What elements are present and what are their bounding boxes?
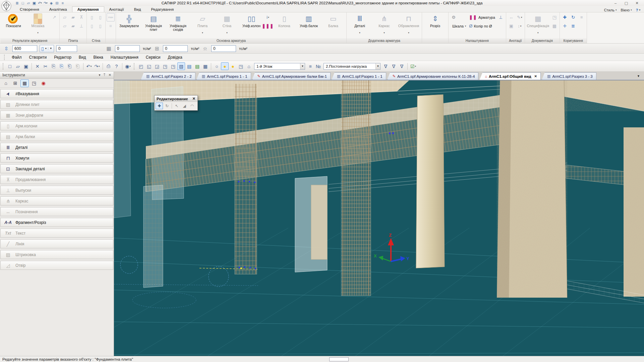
storey-combo[interactable]: 1-й Этаж▼ (254, 63, 305, 70)
column-info-icon[interactable]: i▾ (264, 13, 272, 21)
menu-item-2[interactable]: Редактор (50, 54, 75, 61)
document-tab-3[interactable]: ▥ArmC1.spf:Разрез 1 - 1 (332, 72, 386, 80)
open-icon[interactable]: ▱ (26, 1, 31, 6)
rebar-colors-button[interactable]: ❚❚Арматура (468, 13, 496, 21)
save-icon[interactable]: ▣ (22, 62, 30, 70)
section-cut-button[interactable]: ⇕Розріз (423, 13, 447, 32)
edit-panel-titlebar[interactable]: Редактирование ✕ (155, 96, 197, 102)
print-icon[interactable]: ⎙ (105, 62, 112, 70)
menu-item-1[interactable]: Створити (25, 54, 51, 61)
menu-item-5[interactable]: Налаштування (107, 54, 142, 61)
ribbon-menu-2[interactable]: ?▾ (634, 8, 642, 12)
unify-slabs-button[interactable]: ▤Уніфікація плит (141, 13, 166, 32)
slope-tool-icon[interactable]: ◢ (181, 103, 188, 109)
ribbon-menu-0[interactable]: Стиль▾ (602, 8, 619, 12)
move-tool-icon[interactable]: ✚ (156, 103, 163, 109)
scale-button[interactable]: Шкала▾ (450, 22, 467, 30)
scale-settings-icon[interactable]: ⚙ (450, 13, 458, 21)
redo-icon[interactable]: ↷▾ (93, 62, 101, 70)
copy-properties-icon[interactable]: ⎘ (58, 62, 65, 70)
apply-check-icon[interactable]: ☑▾ (409, 62, 417, 70)
document-tab-0[interactable]: ▥ArmC1.spf:Разрез 2 - 2 (141, 72, 195, 80)
navigate-icon[interactable]: ◈ (49, 1, 54, 6)
lamp-selected-icon[interactable]: ● (221, 62, 229, 70)
undo-icon[interactable]: ↶▾ (85, 62, 93, 70)
sheet-visibility-icon[interactable]: ◳ (237, 62, 245, 70)
view-new-window-icon[interactable]: ◱ (145, 62, 153, 70)
paste-special-icon[interactable]: ⎗ (74, 62, 81, 70)
load-field-1[interactable] (163, 45, 188, 52)
mesh-icon[interactable]: ▦ (201, 62, 209, 70)
storey-visibility-icon[interactable]: ⌂ (245, 62, 253, 70)
book-standards-icon[interactable]: ▤ (185, 62, 193, 70)
frame-category-icon[interactable]: ⊞ (11, 79, 19, 87)
paste-icon[interactable]: ⎗ (66, 62, 73, 70)
window-menu-icon[interactable]: ≣ (15, 1, 19, 6)
open-icon[interactable]: ▱ (14, 62, 22, 70)
embedded-parts-tool-item[interactable]: ⊡Закладні деталі (0, 164, 113, 173)
filter-cursor-icon[interactable]: ∇ (390, 62, 398, 70)
fragment-section-tool-item[interactable]: A-AФрагмент/Розріз (0, 218, 113, 227)
filter-funnel-icon[interactable]: ∇ (382, 62, 390, 70)
menu-item-7[interactable]: Довідка (164, 54, 186, 61)
document-tab-4[interactable]: ✎ArmC1.spf:Армирование колонны К-11-28-4 (387, 72, 479, 80)
document-tab-1[interactable]: ▥ArmC1.spf:Разрез 1 - 1 (196, 72, 251, 80)
panel-menu-icon[interactable]: ▾ (99, 73, 101, 77)
move-icon[interactable]: ✚ (561, 13, 569, 21)
angle-field[interactable] (56, 45, 77, 52)
arc-tool-icon[interactable]: ◠ (188, 103, 196, 109)
menu-item-0[interactable]: Файл (8, 54, 25, 61)
new-document-icon[interactable]: □ (6, 62, 14, 70)
load-case-combo[interactable]: 2.Постоянная нагрузка▼ (324, 63, 380, 70)
more-commands-icon[interactable]: ≡ (60, 1, 65, 6)
unify-columns-button[interactable]: ▯▯Уніф.колон (239, 13, 264, 32)
sheet-category-icon[interactable]: ◳ (30, 79, 38, 87)
viewport-3d[interactable]: Z X Y Редактирование ✕ ✚↻↖◢◠ (114, 80, 644, 356)
ribbon-tab-0[interactable]: Створення (15, 7, 44, 12)
menu-item-4[interactable]: Вікна (90, 54, 107, 61)
assign-list-icon[interactable]: ≣ (569, 22, 577, 30)
number-filter-icon[interactable]: № (314, 62, 322, 70)
ribbon-tab-2[interactable]: Армування (72, 6, 104, 12)
lamp-window-icon[interactable]: ● (229, 62, 237, 70)
coordinate-field[interactable] (329, 357, 349, 361)
menu-item-6[interactable]: Сервіси (142, 54, 164, 61)
slab-category-icon[interactable]: ▦ (20, 79, 29, 87)
layers-icon[interactable]: ≡ (306, 62, 314, 70)
section-type-combo[interactable]: ▯ ▾ ▼ (40, 45, 54, 52)
maximize-button[interactable]: ▢ (623, 1, 629, 5)
view-settings-icon[interactable]: ◳ (169, 62, 177, 70)
move-point-icon[interactable]: ✛ (561, 22, 569, 30)
delete-icon[interactable]: ✕ (34, 62, 41, 70)
document-tab-6[interactable]: ▥ArmC1.spf:Разрез 3 - 3 (542, 72, 596, 80)
section-ruler-icon[interactable]: ⊟ (55, 1, 59, 6)
close-panel-icon[interactable]: ✕ (109, 73, 111, 77)
home-category-icon[interactable]: ⌂ (2, 79, 10, 87)
minimize-button[interactable]: – (612, 1, 619, 5)
pointer-tool-item[interactable]: ➤#Вказування (0, 89, 113, 98)
undo-icon[interactable]: ↶▾ (38, 1, 42, 6)
document-tab-2[interactable]: ✎ArmC1.spf:Армирование балки Бм-1 (252, 72, 331, 80)
ribbon-tab-1[interactable]: Аналітика (44, 7, 72, 12)
ribbon-menu-1[interactable]: Вікно▾ (619, 8, 633, 12)
tab-list-dropdown-icon[interactable]: ▼ (635, 74, 642, 78)
pin-icon[interactable]: ⍑ (104, 73, 106, 77)
lamp-all-icon[interactable]: ○ (213, 62, 221, 70)
reinforce-button[interactable]: ╬Заармувати (117, 13, 141, 32)
new-document-icon[interactable]: □ (20, 1, 25, 6)
unify-stairs-button[interactable]: ≣Уніфікація сходів (166, 13, 190, 32)
book-materials-icon[interactable]: ▤ (193, 62, 201, 70)
filter-table-icon[interactable]: ∇ (398, 62, 406, 70)
ribbon-tab-4[interactable]: Вид (129, 7, 146, 12)
view-shaded-icon[interactable]: ◲ (153, 62, 161, 70)
view-window-icon[interactable]: ◰ (137, 62, 145, 70)
lens-category-icon[interactable]: ◉ (39, 79, 48, 87)
toolbar-grip[interactable] (4, 55, 5, 60)
close-button[interactable]: ✕ (634, 1, 640, 5)
node-edit-tool-icon[interactable]: ↖ (173, 103, 180, 109)
rotate-tool-icon[interactable]: ↻ (163, 103, 171, 109)
unify-beams-button[interactable]: ▥Уніф.балок (297, 13, 321, 32)
toolbar-grip[interactable] (3, 63, 4, 70)
stirrups-tool-item[interactable]: ⊓Хомути (0, 154, 113, 163)
copy-icon[interactable]: ⎘ (50, 62, 57, 70)
